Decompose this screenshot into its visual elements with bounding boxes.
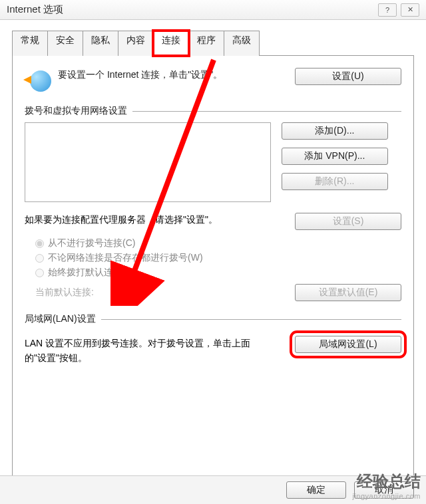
radio-never-input — [35, 239, 44, 248]
set-default-button: 设置默认值(E) — [295, 284, 401, 301]
tabstrip: 常规 安全 隐私 内容 连接 程序 高级 — [12, 31, 414, 56]
lan-section-label: 局域网(LAN)设置 — [25, 313, 401, 325]
connections-panel: 要设置一个 Internet 连接，单击"设置"。 设置(U) 拨号和虚拟专用网… — [12, 55, 414, 486]
tab-programs[interactable]: 程序 — [188, 31, 224, 56]
tab-content[interactable]: 内容 — [118, 31, 154, 56]
radio-always-label: 始终拨打默认连接(O) — [48, 267, 136, 279]
lan-text: LAN 设置不应用到拨号连接。对于拨号设置，单击上面的"设置"按钮。 — [25, 336, 271, 366]
radio-never-label: 从不进行拨号连接(C) — [48, 237, 135, 249]
dialup-section-text: 拨号和虚拟专用网络设置 — [25, 105, 127, 117]
radio-always-input — [35, 269, 44, 277]
tab-privacy[interactable]: 隐私 — [83, 31, 118, 56]
dialup-listbox[interactable] — [25, 122, 271, 202]
watermark-url: jingyanzongjie.com — [352, 492, 421, 500]
dialup-section-label: 拨号和虚拟专用网络设置 — [25, 105, 401, 117]
lan-section-text: 局域网(LAN)设置 — [25, 313, 96, 325]
default-conn-label: 当前默认连接: — [35, 287, 128, 299]
titlebar: Internet 选项 ? ✕ — [0, 0, 426, 20]
lan-settings-button[interactable]: 局域网设置(L) — [295, 336, 401, 353]
tab-advanced[interactable]: 高级 — [224, 31, 260, 56]
window-title: Internet 选项 — [7, 3, 63, 16]
globe-icon — [25, 68, 51, 94]
radio-whenever-input — [35, 254, 44, 263]
radio-always: 始终拨打默认连接(O) — [35, 267, 401, 279]
ok-button[interactable]: 确定 — [286, 481, 346, 499]
titlebar-buttons: ? ✕ — [378, 3, 419, 17]
tab-security[interactable]: 安全 — [47, 31, 83, 56]
dial-radio-group: 从不进行拨号连接(C) 不论网络连接是否存在都进行拨号(W) 始终拨打默认连接(… — [35, 237, 401, 279]
tab-connections[interactable]: 连接 — [153, 31, 189, 56]
radio-whenever-label: 不论网络连接是否存在都进行拨号(W) — [48, 252, 203, 264]
remove-button: 删除(R)... — [282, 173, 388, 190]
help-button[interactable]: ? — [378, 3, 397, 17]
proxy-settings-button: 设置(S) — [295, 213, 401, 230]
default-conn-value: 无 — [128, 287, 295, 299]
watermark: 经验总结 jingyanzongjie.com — [352, 471, 421, 500]
setup-button[interactable]: 设置(U) — [295, 68, 401, 85]
add-vpn-button[interactable]: 添加 VPN(P)... — [282, 148, 388, 165]
add-button[interactable]: 添加(D)... — [282, 122, 388, 140]
watermark-title: 经验总结 — [352, 471, 421, 492]
close-button[interactable]: ✕ — [401, 3, 419, 17]
radio-never: 从不进行拨号连接(C) — [35, 237, 401, 249]
proxy-text: 如果要为连接配置代理服务器，请选择"设置"。 — [25, 213, 218, 227]
setup-text: 要设置一个 Internet 连接，单击"设置"。 — [58, 68, 295, 82]
radio-whenever: 不论网络连接是否存在都进行拨号(W) — [35, 252, 401, 264]
tab-general[interactable]: 常规 — [12, 31, 48, 56]
